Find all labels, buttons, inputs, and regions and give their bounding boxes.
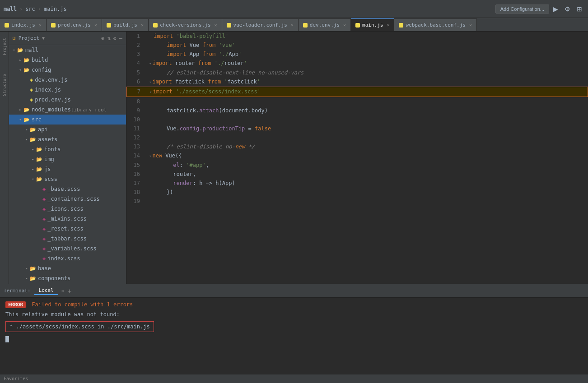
tab-prod_env_js[interactable]: prod.env.js✕	[47, 18, 102, 31]
tree-label-base_scss: _base.scss	[47, 186, 80, 192]
tab-icon-dev_env_js	[303, 23, 308, 28]
settings-button[interactable]: ⚙	[562, 5, 573, 14]
tree-item-node_modules_dir[interactable]: ▸📂node_modules library root	[9, 105, 126, 115]
tab-bar: index.js✕prod.env.js✕build.js✕check-vers…	[0, 18, 588, 32]
line-code-12	[154, 134, 157, 141]
code-line-2: 2 import Vue from 'vue'	[126, 41, 588, 50]
tab-close-index_js[interactable]: ✕	[39, 23, 42, 28]
tree-item-tabbar_scss[interactable]: ◈_tabbar.scss	[9, 234, 126, 244]
tree-item-base_scss[interactable]: ◈_base.scss	[9, 184, 126, 194]
tree-arrow-assets_dir: ▾	[23, 137, 30, 142]
code-line-4: 4▾import router from './router'	[126, 59, 588, 68]
tree-arrow-src_dir: ▾	[17, 117, 23, 122]
project-dropdown-icon[interactable]: ▼	[42, 36, 45, 41]
tab-close-webpack_base_conf_js[interactable]: ✕	[469, 23, 472, 28]
line-number-9: 9	[126, 106, 145, 115]
tree-item-components_dir[interactable]: ▸📂components	[9, 273, 126, 283]
add-configuration-button[interactable]: Add Configuration...	[495, 5, 549, 14]
tree-item-mixins_scss[interactable]: ◈_mixins.scss	[9, 214, 126, 224]
tree-item-icons_scss[interactable]: ◈_icons.scss	[9, 204, 126, 214]
line-content-16: router,	[145, 170, 588, 179]
tree-item-config_dir[interactable]: ▾📂config	[9, 65, 126, 75]
tree-item-prod_env_js[interactable]: ◈prod.env.js	[9, 95, 126, 105]
tree-file-icon-components_dir: 📂	[30, 276, 36, 281]
tab-close-prod_env_js[interactable]: ✕	[94, 23, 97, 28]
code-line-15: 15 el: '#app',	[126, 161, 588, 170]
tree-close-icon[interactable]: —	[119, 35, 122, 42]
tab-label-vue_loader_conf_js: vue-loader.conf.js	[233, 22, 287, 28]
tree-locate-icon[interactable]: ⊕	[101, 35, 104, 42]
tree-item-base_dir[interactable]: ▸📂base	[9, 263, 126, 273]
terminal-tab-local[interactable]: Local	[34, 286, 58, 295]
tree-item-build_dir[interactable]: ▸📂build	[9, 55, 126, 65]
line-code-13: /* eslint-disable no-new */	[154, 143, 255, 150]
tab-close-dev_env_js[interactable]: ✕	[343, 23, 346, 28]
code-editor[interactable]: 1import 'babel-polyfill'2 import Vue fro…	[126, 32, 588, 284]
tab-close-build_js[interactable]: ✕	[141, 23, 144, 28]
tab-icon-build_js	[107, 23, 111, 28]
tree-collapse-icon[interactable]: ⇅	[107, 35, 110, 42]
run-button[interactable]: ▶	[551, 5, 560, 14]
line-number-1: 1	[126, 32, 145, 41]
tab-main_js[interactable]: main.js✕	[351, 18, 394, 31]
layout-button[interactable]: ⊞	[574, 5, 584, 14]
tree-item-scss_dir[interactable]: ▾📂scss	[9, 174, 126, 184]
tree-item-assets_dir[interactable]: ▾📂assets	[9, 134, 126, 144]
tree-item-img_dir[interactable]: ▸📂img	[9, 154, 126, 164]
line-code-9: fastclick.attach(document.body)	[154, 107, 268, 114]
tab-dev_env_js[interactable]: dev.env.js✕	[299, 18, 351, 31]
error-detail-text: * ./assets/scss/index.scss in ./src/main…	[9, 323, 150, 330]
tab-webpack_base_conf_js[interactable]: webpack.base.conf.js✕	[394, 18, 476, 31]
tree-label-scss_dir: scss	[44, 176, 57, 182]
error-detail: * ./assets/scss/index.scss in ./src/main…	[5, 321, 154, 332]
line-number-12: 12	[126, 133, 145, 142]
terminal-tab-close[interactable]: ✕	[61, 288, 64, 293]
tree-item-containers_scss[interactable]: ◈_containers.scss	[9, 194, 126, 204]
error-message-text: This relative module was not found:	[5, 311, 120, 318]
tree-label-components_dir: components	[38, 275, 70, 281]
fold-btn-7[interactable]: ▾	[149, 90, 152, 94]
terminal-add-tab[interactable]: +	[66, 287, 73, 295]
tree-file-icon-index_scss: ◈	[42, 255, 46, 262]
file-tree-panel: ⊞ Project ▼ ⊕ ⇅ ⚙ — ▾📂mall▸📂build▾📂confi…	[9, 32, 126, 284]
tree-arrow-api_dir: ▸	[23, 127, 30, 132]
fold-btn-6[interactable]: ▾	[149, 80, 151, 84]
tree-label-api_dir: api	[38, 126, 48, 133]
tab-close-vue_loader_conf_js[interactable]: ✕	[291, 23, 294, 28]
tree-settings-icon[interactable]: ⚙	[113, 35, 117, 42]
terminal-area: Terminal: Local ✕ + ERROR Failed to comp…	[0, 284, 588, 374]
tab-icon-check_versions_js	[153, 23, 158, 28]
breadcrumb-sep1: ›	[19, 6, 23, 12]
tree-item-index_scss[interactable]: ◈index.scss	[9, 254, 126, 263]
tab-close-check_versions_js[interactable]: ✕	[215, 23, 217, 28]
tree-item-fonts_dir[interactable]: ▸📂fonts	[9, 144, 126, 154]
tab-check_versions_js[interactable]: check-versions.js✕	[149, 18, 222, 31]
code-line-9: 9 fastclick.attach(document.body)	[126, 106, 588, 115]
tab-vue_loader_conf_js[interactable]: vue-loader.conf.js✕	[222, 18, 299, 31]
file-tree-content[interactable]: ▾📂mall▸📂build▾📂config◈dev.env.js◈index.j…	[9, 45, 126, 284]
line-content-9: fastclick.attach(document.body)	[145, 106, 588, 115]
tree-arrow-js_dir: ▸	[30, 167, 36, 171]
tab-close-main_js[interactable]: ✕	[387, 23, 389, 28]
tree-item-mall_root[interactable]: ▾📂mall	[9, 45, 126, 55]
tree-item-reset_scss[interactable]: ◈_reset.scss	[9, 224, 126, 234]
line-content-2: import Vue from 'vue'	[145, 41, 588, 50]
tree-item-variables_scss[interactable]: ◈_variables.scss	[9, 244, 126, 254]
error-line: ERROR Failed to compile with 1 errors	[5, 301, 583, 308]
tab-build_js[interactable]: build.js✕	[102, 18, 149, 31]
tree-label-base_dir: base	[38, 265, 51, 272]
line-code-1: import 'babel-polyfill'	[154, 33, 229, 39]
tree-item-src_dir[interactable]: ▾📂src	[9, 115, 126, 125]
tree-item-js_dir[interactable]: ▸📂js	[9, 164, 126, 174]
fold-btn-4[interactable]: ▾	[149, 61, 151, 66]
file-tree-actions: ⊕ ⇅ ⚙ —	[101, 35, 122, 42]
code-line-13: 13 /* eslint-disable no-new */	[126, 142, 588, 151]
code-line-19: 19	[126, 197, 588, 206]
tab-index_js[interactable]: index.js✕	[0, 18, 47, 31]
fold-btn-14[interactable]: ▾	[149, 154, 151, 158]
line-content-11: Vue.config.productionTip = false	[145, 124, 588, 133]
tree-item-api_dir[interactable]: ▸📂api	[9, 125, 126, 134]
code-line-7: 7▾import './assets/scss/index.scss'	[126, 87, 588, 97]
tree-item-dev_env_js[interactable]: ◈dev.env.js	[9, 75, 126, 85]
tree-item-index_js[interactable]: ◈index.js	[9, 85, 126, 95]
